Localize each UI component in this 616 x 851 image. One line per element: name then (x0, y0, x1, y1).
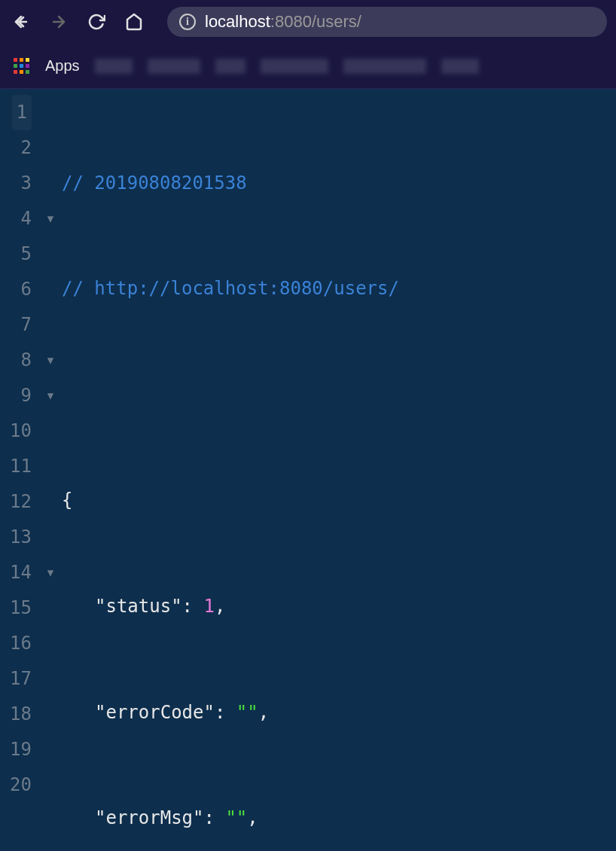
line-number: 10 (0, 413, 32, 449)
line-number: 12 (0, 484, 32, 520)
line-number: 2 (0, 130, 32, 166)
url-text: localhost:8080/users/ (205, 12, 361, 32)
info-icon[interactable]: i (179, 14, 196, 30)
line-number: 5 (0, 236, 32, 272)
bookmark-item[interactable] (95, 59, 133, 74)
fold-gutter: ▼ ▼ ▼ ▼ (39, 89, 62, 851)
line-number: 8 (0, 343, 32, 378)
bookmark-item[interactable] (441, 59, 479, 74)
line-number: 1 (0, 95, 32, 130)
apps-label[interactable]: Apps (45, 57, 80, 75)
fold-toggle-icon[interactable]: ▼ (39, 555, 62, 590)
home-button[interactable] (122, 10, 146, 34)
apps-icon[interactable] (14, 58, 30, 75)
code-comment: // http://localhost:8080/users/ (62, 278, 399, 299)
url-host: localhost (205, 12, 270, 31)
back-button[interactable] (9, 10, 33, 34)
line-number: 15 (0, 590, 32, 626)
bookmark-item[interactable] (261, 59, 328, 74)
line-number: 7 (0, 307, 32, 343)
line-number: 16 (0, 626, 32, 661)
forward-button[interactable] (47, 10, 71, 34)
address-bar[interactable]: i localhost:8080/users/ (167, 7, 607, 37)
line-number: 6 (0, 272, 32, 307)
bookmarks-bar: Apps (0, 44, 616, 89)
reload-button[interactable] (84, 10, 108, 34)
line-number: 3 (0, 166, 32, 201)
fold-toggle-icon[interactable]: ▼ (39, 378, 62, 413)
code-viewer: 1 2 3 4 5 6 7 8 9 10 11 12 13 14 15 16 1… (0, 89, 616, 851)
line-number: 18 (0, 697, 32, 732)
line-number: 19 (0, 732, 32, 767)
line-number-gutter: 1 2 3 4 5 6 7 8 9 10 11 12 13 14 15 16 1… (0, 89, 39, 851)
line-number: 20 (0, 767, 32, 803)
code-content[interactable]: // 20190808201538 // http://localhost:80… (62, 89, 616, 851)
browser-toolbar: i localhost:8080/users/ (0, 0, 616, 44)
line-number: 13 (0, 520, 32, 555)
line-number: 17 (0, 661, 32, 697)
fold-toggle-icon[interactable]: ▼ (39, 343, 62, 378)
line-number: 14 (0, 555, 32, 590)
line-number: 4 (0, 201, 32, 236)
bookmark-item[interactable] (343, 59, 426, 74)
bookmark-item[interactable] (215, 59, 245, 74)
url-path: :8080/users/ (270, 12, 361, 31)
line-number: 9 (0, 378, 32, 413)
bookmark-item[interactable] (148, 59, 200, 74)
code-comment: // 20190808201538 (62, 172, 247, 194)
fold-toggle-icon[interactable]: ▼ (39, 201, 62, 236)
line-number: 11 (0, 449, 32, 484)
